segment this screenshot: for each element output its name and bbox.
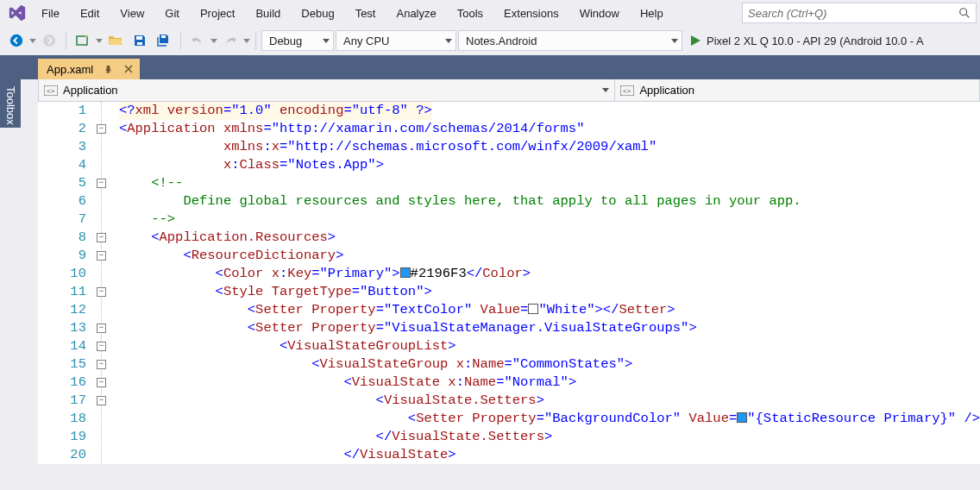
save-button[interactable] (129, 29, 151, 52)
code-line[interactable]: <Style TargetType="Button"> (119, 283, 980, 301)
toolbox-label: Toolbox (4, 86, 17, 125)
svg-rect-4 (77, 36, 87, 45)
fold-toggle[interactable]: − (97, 124, 106, 134)
search-icon (958, 7, 971, 19)
code-line[interactable]: <Application xmlns="http://xamarin.com/s… (119, 120, 980, 138)
menu-extensions[interactable]: Extensions (493, 3, 569, 24)
code-line[interactable]: <Setter Property="BackgroundColor" Value… (119, 410, 980, 428)
code-line[interactable]: xmlns:x="http://schemas.microsoft.com/wi… (119, 138, 980, 156)
chevron-down-icon (243, 39, 250, 43)
code-line[interactable]: x:Class="Notes.App"> (119, 156, 980, 174)
redo-button (219, 29, 242, 52)
code-content[interactable]: <?xml version="1.0" encoding="utf-8" ?><… (119, 102, 980, 464)
fold-toggle[interactable]: − (97, 342, 106, 351)
vs-logo-icon (3, 0, 31, 26)
code-element-icon: <> (44, 85, 58, 97)
nav-right-dropdown[interactable]: <> Application (615, 79, 979, 101)
dropdown-value: Any CPU (343, 35, 389, 47)
menu-edit[interactable]: Edit (70, 3, 110, 24)
code-editor[interactable]: 1234567891011121314151617181920 −−−−−−−−… (38, 102, 980, 464)
toolbox-side-tab[interactable]: Toolbox (0, 76, 21, 128)
nav-right-label: Application (639, 84, 694, 97)
svg-text:<>: <> (47, 87, 55, 95)
code-line[interactable]: <Application.Resources> (119, 229, 980, 247)
menu-git[interactable]: Git (154, 3, 190, 24)
color-swatch (400, 267, 411, 278)
menu-debug[interactable]: Debug (291, 3, 344, 24)
close-icon[interactable] (122, 65, 135, 73)
svg-rect-5 (136, 36, 142, 40)
code-line[interactable]: <Color x:Key="Primary">#2196F3</Color> (119, 265, 980, 283)
fold-toggle[interactable]: − (97, 251, 106, 261)
play-icon (689, 35, 701, 47)
svg-line-1 (966, 15, 970, 18)
chevron-down-icon[interactable] (29, 39, 36, 43)
code-line[interactable]: <VisualStateGroup x:Name="CommonStates"> (119, 355, 980, 374)
undo-button (186, 29, 209, 52)
svg-text:<>: <> (623, 87, 631, 95)
menu-view[interactable]: View (110, 3, 154, 24)
menu-tools[interactable]: Tools (447, 3, 493, 24)
nav-left-dropdown[interactable]: <> Application (39, 79, 615, 101)
dropdown-value: Notes.Android (466, 35, 537, 47)
standard-toolbar: Debug Any CPU Notes.Android Pixel 2 XL Q… (0, 26, 980, 55)
line-number-gutter: 1234567891011121314151617181920 (38, 102, 95, 464)
fold-toggle[interactable]: − (97, 396, 106, 405)
svg-point-0 (960, 9, 967, 16)
dropdown-value: Debug (269, 35, 302, 47)
code-line[interactable]: --> (119, 210, 980, 229)
solution-platform-dropdown[interactable]: Any CPU (336, 30, 456, 51)
fold-toggle[interactable]: − (97, 360, 106, 369)
fold-toggle[interactable]: − (97, 287, 106, 297)
code-line[interactable]: <ResourceDictionary> (119, 247, 980, 265)
fold-column[interactable]: −−−−−−−−−− (95, 102, 119, 464)
tab-title: App.xaml (47, 63, 93, 76)
menu-project[interactable]: Project (190, 3, 245, 24)
fold-toggle[interactable]: − (97, 179, 106, 188)
run-target-button[interactable]: Pixel 2 XL Q 10.0 - API 29 (Android 10.0… (684, 35, 929, 47)
menu-file[interactable]: File (31, 3, 70, 24)
code-line[interactable]: Define global resources and styles here,… (119, 192, 980, 210)
menu-test[interactable]: Test (345, 3, 386, 24)
menu-bar: FileEditViewGitProjectBuildDebugTestAnal… (0, 0, 980, 26)
code-line[interactable]: <VisualState.Setters> (119, 392, 980, 410)
open-file-button[interactable] (104, 29, 127, 52)
svg-rect-7 (161, 35, 166, 38)
run-target-label: Pixel 2 XL Q 10.0 - API 29 (Android 10.0… (707, 35, 924, 47)
fold-toggle[interactable]: − (97, 233, 106, 242)
menu-help[interactable]: Help (630, 3, 674, 24)
fold-toggle[interactable]: − (97, 324, 106, 333)
save-all-button[interactable] (153, 29, 175, 52)
code-line[interactable]: <VisualStateGroupList> (119, 337, 980, 355)
code-line[interactable]: <!-- (119, 174, 980, 192)
color-swatch (737, 412, 747, 423)
code-line[interactable]: <?xml version="1.0" encoding="utf-8" ?> (119, 102, 980, 120)
code-element-icon: <> (620, 85, 634, 97)
solution-config-dropdown[interactable]: Debug (261, 30, 334, 51)
code-line[interactable]: <VisualState x:Name="Normal"> (119, 374, 980, 392)
search-input[interactable] (748, 7, 958, 20)
svg-point-2 (10, 35, 22, 47)
nav-back-button[interactable] (5, 29, 28, 52)
chevron-down-icon[interactable] (96, 39, 103, 43)
fold-toggle[interactable]: − (97, 378, 106, 387)
code-line[interactable]: </VisualState> (119, 446, 980, 464)
menu-build[interactable]: Build (245, 3, 291, 24)
pin-icon[interactable] (102, 65, 114, 74)
editor-nav-bar: <> Application <> Application (38, 79, 980, 102)
code-line[interactable]: <Setter Property="TextColor" Value="Whit… (119, 301, 980, 319)
document-tab[interactable]: App.xaml (38, 59, 140, 79)
chevron-down-icon (210, 39, 217, 43)
menu-window[interactable]: Window (569, 3, 630, 24)
svg-rect-6 (137, 42, 142, 45)
nav-forward-button (38, 29, 60, 52)
code-line[interactable]: </VisualState.Setters> (119, 428, 980, 446)
code-line[interactable]: <Setter Property="VisualStateManager.Vis… (119, 319, 980, 337)
startup-project-dropdown[interactable]: Notes.Android (458, 30, 682, 51)
new-project-button[interactable] (72, 29, 94, 52)
menu-analyze[interactable]: Analyze (386, 3, 446, 24)
quick-search[interactable] (742, 3, 977, 23)
color-swatch (528, 304, 538, 314)
document-tab-strip: App.xaml (0, 55, 980, 79)
chevron-down-icon (602, 88, 609, 92)
